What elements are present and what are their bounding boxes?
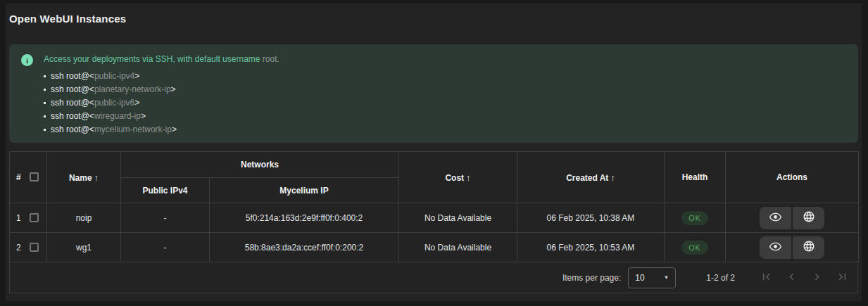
ssh-info-banner: i Access your deployments via SSH, with …	[9, 44, 858, 143]
bullet-icon	[44, 89, 46, 91]
ssh-command-suffix: >	[172, 123, 177, 136]
previous-page-button[interactable]	[779, 265, 804, 291]
row-mycelium-ip: 5f0:214a:163d:2e9f:ff0f:0:400:2	[210, 203, 399, 233]
last-page-icon	[836, 270, 849, 286]
ssh-command-suffix: >	[141, 110, 146, 123]
open-webui-button[interactable]	[793, 236, 824, 259]
ssh-command-list: ssh root@<public-ipv4> ssh root@<planeta…	[44, 70, 847, 136]
items-per-page-label: Items per page:	[562, 273, 621, 283]
chevron-right-icon	[810, 270, 824, 286]
ssh-command-placeholder: mycelium-network-ip	[94, 123, 172, 136]
row-mycelium-ip: 58b:8ae3:da2a:ccef:ff0f:0:200:2	[210, 233, 399, 262]
row-index-cell: 2	[10, 233, 47, 262]
row-index: 2	[16, 243, 21, 253]
bullet-icon	[44, 102, 46, 104]
banner-heading-username: root.	[263, 54, 279, 64]
status-badge: OK	[681, 241, 708, 255]
chevron-down-icon: ▼	[663, 274, 669, 281]
chevron-left-icon	[785, 270, 798, 286]
main-panel: Open WebUI Instances i Access your deplo…	[6, 4, 862, 301]
info-icon: i	[21, 54, 33, 66]
row-cost: No Data Available	[399, 203, 517, 233]
header-networks: Networks	[121, 152, 399, 178]
bullet-icon	[44, 129, 46, 131]
row-checkbox[interactable]	[30, 243, 39, 252]
row-index-cell: 1	[10, 203, 47, 233]
banner-heading-main: Access your deployments via SSH, with de…	[44, 54, 263, 64]
banner-heading: Access your deployments via SSH, with de…	[44, 54, 847, 64]
page-title: Open WebUI Instances	[9, 4, 858, 25]
open-webui-button[interactable]	[793, 207, 824, 229]
sort-asc-icon: ↑	[466, 172, 471, 183]
last-page-button[interactable]	[829, 265, 855, 291]
ssh-command-prefix: ssh root@<	[51, 83, 94, 96]
row-created-at: 06 Feb 2025, 10:53 AM	[517, 233, 665, 262]
first-page-button[interactable]	[753, 265, 779, 291]
header-index: #	[10, 152, 47, 203]
header-cost[interactable]: Cost↑	[399, 152, 517, 203]
header-health: Health	[665, 152, 726, 203]
table-pagination-footer: Items per page: 10 ▼ 1-2 of 2	[9, 262, 858, 293]
ssh-command-prefix: ssh root@<	[51, 123, 94, 136]
table-row: 1 noip - 5f0:214a:163d:2e9f:ff0f:0:400:2…	[10, 203, 859, 233]
ssh-command-prefix: ssh root@<	[51, 110, 94, 123]
header-public-ipv4: Public IPv4	[121, 178, 210, 203]
row-name: wg1	[47, 233, 121, 262]
sort-asc-icon: ↑	[610, 172, 615, 183]
table-row: 2 wg1 - 58b:8ae3:da2a:ccef:ff0f:0:200:2 …	[10, 233, 859, 262]
pager	[753, 265, 855, 291]
show-details-button[interactable]	[760, 236, 791, 259]
actions-group	[726, 236, 858, 259]
header-actions: Actions	[726, 152, 859, 203]
ssh-command-suffix: >	[134, 70, 139, 83]
ssh-command-placeholder: wireguard-ip	[94, 110, 141, 123]
header-created-at[interactable]: Created At↑	[517, 152, 665, 203]
bullet-icon	[44, 75, 46, 77]
row-public-ipv4: -	[121, 233, 210, 262]
header-index-label: #	[16, 172, 21, 182]
instances-table: # Name↑ Networks Cost↑ Created	[9, 151, 858, 293]
ssh-command-prefix: ssh root@<	[51, 96, 94, 110]
ssh-command-placeholder: public-ipv4	[94, 70, 134, 83]
row-cost: No Data Available	[399, 233, 517, 262]
ssh-command-placeholder: public-ipv6	[94, 96, 134, 110]
items-per-page-select[interactable]: 10 ▼	[628, 267, 676, 288]
status-badge: OK	[681, 211, 708, 225]
ssh-command-item: ssh root@<public-ipv6>	[44, 96, 847, 110]
ssh-command-prefix: ssh root@<	[51, 70, 94, 83]
bullet-icon	[44, 115, 46, 117]
row-name: noip	[47, 203, 121, 233]
eye-icon	[769, 210, 782, 226]
ssh-command-item: ssh root@<public-ipv4>	[44, 70, 847, 83]
header-name-label: Name	[69, 173, 92, 183]
ssh-command-item: ssh root@<mycelium-network-ip>	[44, 123, 847, 136]
header-cost-label: Cost	[445, 173, 464, 183]
first-page-icon	[760, 270, 773, 286]
header-name[interactable]: Name↑	[47, 152, 121, 203]
ssh-command-placeholder: planetary-network-ip	[94, 83, 171, 96]
row-index: 1	[16, 213, 21, 223]
eye-icon	[769, 240, 782, 255]
ssh-command-suffix: >	[171, 83, 176, 96]
row-health-cell: OK	[665, 233, 726, 262]
row-created-at: 06 Feb 2025, 10:38 AM	[517, 203, 665, 233]
pagination-range-label: 1-2 of 2	[706, 273, 735, 283]
row-checkbox[interactable]	[30, 213, 39, 222]
select-all-checkbox[interactable]	[30, 172, 39, 181]
row-actions-cell	[726, 203, 859, 233]
ssh-command-suffix: >	[134, 96, 139, 110]
header-created-at-label: Created At	[566, 173, 608, 183]
row-public-ipv4: -	[121, 203, 210, 233]
sort-asc-icon: ↑	[94, 172, 99, 183]
header-mycelium-ip: Mycelium IP	[210, 178, 399, 203]
globe-icon	[803, 210, 815, 225]
globe-icon	[803, 240, 815, 255]
ssh-command-item: ssh root@<planetary-network-ip>	[44, 83, 847, 96]
row-health-cell: OK	[665, 203, 726, 233]
show-details-button[interactable]	[760, 207, 791, 229]
page: Open WebUI Instances i Access your deplo…	[0, 0, 868, 306]
ssh-command-item: ssh root@<wireguard-ip>	[44, 110, 847, 123]
row-actions-cell	[726, 233, 859, 262]
next-page-button[interactable]	[804, 265, 829, 291]
actions-group	[726, 207, 858, 229]
